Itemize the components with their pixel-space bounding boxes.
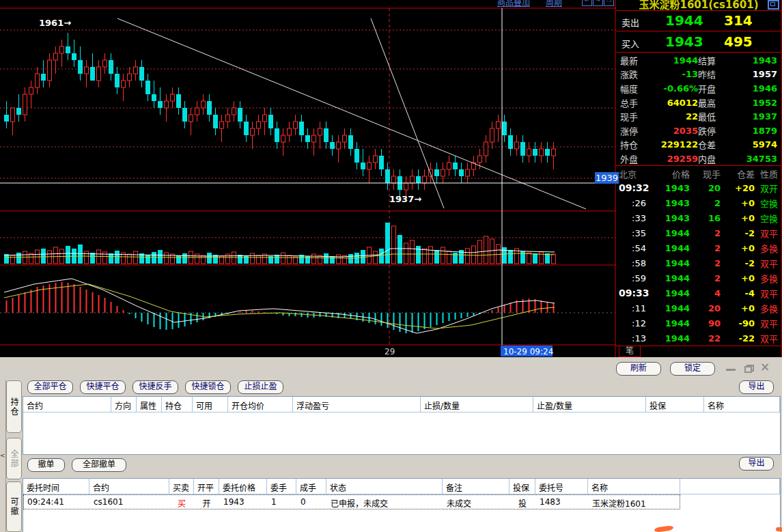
- order-cell: 已申报，未成交: [326, 494, 443, 509]
- quote-stat-row: 外盘29259内盘34753: [616, 152, 781, 166]
- tick-cell: 20: [690, 303, 721, 313]
- stat-label: 涨跌: [620, 68, 652, 81]
- order-row[interactable]: 09:24:41cs1601买开194310已申报，未成交未成交投1483玉米淀…: [23, 494, 680, 509]
- quote-stat-row: 幅度-0.66%开盘1946: [616, 81, 781, 96]
- stat-label: 外盘: [620, 152, 652, 165]
- tick-row: :12194490-90双平: [616, 316, 781, 331]
- stat-value: -13: [652, 69, 698, 79]
- order-cell: 玉米淀粉1601: [588, 494, 680, 509]
- tick-row: :3519442-2双平: [616, 225, 781, 240]
- stat-value: 1952: [731, 98, 777, 108]
- restore-window-icon[interactable]: [768, 0, 779, 10]
- tick-cell: 1943: [646, 183, 690, 193]
- tick-cell: 多换: [755, 302, 779, 315]
- tick-column-header: 性质: [755, 167, 779, 180]
- column-header: 投保: [646, 397, 704, 412]
- tick-cell: -4: [721, 288, 755, 298]
- tick-cell: :13: [619, 333, 646, 344]
- tick-cell: -22: [721, 333, 755, 344]
- minimize-icon[interactable]: [726, 369, 736, 371]
- tick-tab-row: 笔: [616, 346, 781, 357]
- menu-item-overlay[interactable]: 商品叠加: [497, 0, 530, 7]
- quote-panel: 玉米淀粉1601(cs1601) 卖出 1944 314 买入 1943 495…: [616, 0, 782, 357]
- collapse-arrow-icon[interactable]: <: [0, 452, 5, 459]
- tick-cell: :26: [619, 198, 646, 208]
- kline-chart[interactable]: 1961→1937→2910-29 09:24: [0, 0, 616, 357]
- tick-cell: 1944: [646, 288, 690, 298]
- column-header: 止盈/数量: [533, 397, 646, 412]
- tick-cell: 2: [690, 198, 721, 208]
- tick-column-header: 价格: [646, 167, 690, 180]
- tick-cell: :59: [619, 273, 646, 283]
- tick-cell: 16: [690, 213, 721, 223]
- tab-positions[interactable]: 持仓: [6, 380, 22, 433]
- stat-label: 现手: [620, 110, 652, 123]
- stat-label: 内盘: [698, 152, 731, 165]
- table-header-row: 合约方向属性持仓可用开仓均价浮动盈亏止损/数量止盈/数量投保名称: [23, 397, 780, 412]
- forward-arrow-icon[interactable]: →: [593, 0, 603, 6]
- order-cell: 1943: [219, 494, 267, 509]
- bid-row: 买入 1943 495: [616, 32, 781, 53]
- cancel-order-button[interactable]: 撤单: [27, 458, 65, 472]
- export-orders-button[interactable]: 导出: [739, 457, 774, 471]
- refresh-button[interactable]: 刷新: [616, 362, 661, 376]
- column-header: 开仓均价: [228, 397, 293, 412]
- position-action-button[interactable]: 止损止盈: [238, 380, 283, 394]
- order-cell: 开: [194, 494, 219, 509]
- stat-value: 1946: [731, 83, 777, 94]
- stat-label: 最高: [698, 96, 731, 109]
- tab-tick[interactable]: 笔: [619, 346, 641, 357]
- tick-cell: 1944: [646, 243, 690, 253]
- tick-cell: 1944: [646, 228, 690, 238]
- tick-cell: 双平: [755, 287, 779, 300]
- tab-all[interactable]: 全部: [6, 438, 22, 479]
- stat-value: 22: [652, 111, 698, 122]
- orders-table: 委托时间合约买卖开平委托价格委手成手状态备注投保委托号名称09:24:41cs1…: [23, 478, 781, 532]
- order-cell: 投: [509, 494, 535, 509]
- stat-label: 最低: [698, 110, 731, 123]
- tab-cancellable[interactable]: 可撤: [6, 481, 22, 532]
- tick-cell: 22: [690, 333, 721, 344]
- tick-cell: -2: [721, 228, 755, 238]
- lock-button[interactable]: 锁定: [670, 362, 715, 376]
- position-action-button[interactable]: 快捷平仓: [80, 380, 126, 394]
- cancel-all-orders-button[interactable]: 全部撤单: [72, 458, 126, 472]
- restore-icon[interactable]: [744, 365, 754, 373]
- back-arrow-icon[interactable]: ←: [582, 0, 592, 6]
- position-action-button[interactable]: 全部平仓: [27, 380, 73, 394]
- column-header: 合约: [89, 479, 169, 494]
- position-action-button[interactable]: 快捷反手: [132, 380, 178, 394]
- column-header: 方向: [111, 397, 137, 412]
- tick-cell: :58: [619, 258, 646, 268]
- collapse-strip[interactable]: <: [0, 380, 6, 532]
- position-action-button[interactable]: 快捷锁仓: [185, 380, 231, 394]
- chart-region[interactable]: 1961→1937→2910-29 09:24: [0, 0, 616, 357]
- tick-cell: -2: [721, 258, 755, 268]
- tick-cell: :11: [619, 303, 646, 313]
- export-positions-button[interactable]: 导出: [739, 380, 774, 394]
- column-header: [680, 479, 780, 494]
- quote-stat-row: 持仓229122仓差5974: [616, 138, 781, 152]
- tick-list: 北京价格现手仓差性质09:32194320+20双开:2619432+0空换:3…: [616, 167, 781, 346]
- column-header: 委托号: [535, 479, 588, 494]
- stat-label: 幅度: [620, 82, 652, 95]
- menu-item-period[interactable]: 周期: [546, 0, 562, 7]
- tick-cell: +0: [721, 303, 755, 313]
- close-icon[interactable]: ×: [760, 361, 770, 373]
- ask-price: 1944: [665, 12, 703, 29]
- bid-volume: 495: [724, 33, 753, 50]
- tick-row: :5419442+0多换: [616, 240, 781, 255]
- order-cell: 1483: [535, 494, 588, 509]
- column-header: 委托价格: [219, 479, 267, 494]
- tick-cell: 4: [690, 288, 721, 298]
- tick-cell: 2: [690, 273, 721, 283]
- top-menu-strip: 商品叠加 周期 ← → ❐: [0, 0, 616, 7]
- window-split-icon[interactable]: ❐: [604, 0, 614, 6]
- tick-row: :5819442-2双平: [616, 255, 781, 270]
- tick-row: 09:32194320+20双开: [616, 180, 781, 195]
- stat-value: 2035: [652, 126, 698, 136]
- stat-value: 229122: [652, 139, 698, 150]
- stat-value: 5974: [731, 139, 777, 150]
- column-header: 名称: [704, 397, 780, 412]
- current-price-tag: 1939: [595, 172, 619, 184]
